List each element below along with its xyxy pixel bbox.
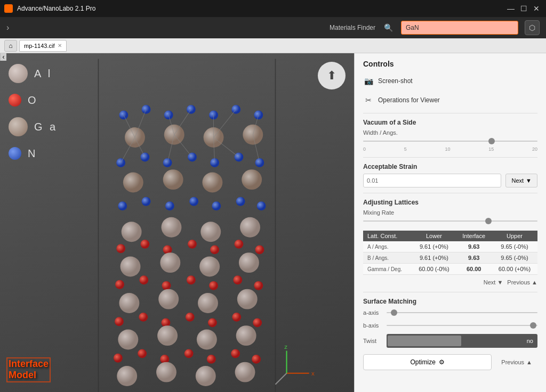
svg-point-29	[236, 197, 245, 206]
divider-4	[363, 292, 537, 292]
svg-point-35	[116, 244, 125, 253]
latt-lower-cell: 9.61 (+0%)	[412, 241, 456, 252]
svg-point-34	[240, 217, 260, 238]
controls-section-title: Controls	[363, 60, 537, 68]
svg-point-74	[252, 355, 261, 364]
svg-point-40	[235, 240, 244, 249]
search-icon[interactable]: 🔍	[382, 21, 395, 34]
a-axis-label: a-axis	[363, 309, 382, 316]
svg-point-72	[207, 355, 216, 364]
svg-point-55	[198, 293, 218, 313]
close-button[interactable]: ✕	[531, 3, 542, 14]
lattice-previous-link[interactable]: Previous ▲	[507, 279, 537, 285]
svg-point-63	[253, 318, 262, 327]
tab-close-icon[interactable]: ✕	[58, 43, 62, 48]
svg-point-53	[119, 293, 139, 313]
svg-point-31	[122, 222, 142, 242]
maximize-button[interactable]: ☐	[518, 3, 529, 14]
surface-title: Surface Matching	[363, 298, 537, 305]
vacuum-slider-label: Width / Angs.	[363, 129, 537, 136]
vacuum-thumb[interactable]	[488, 138, 495, 144]
svg-point-32	[161, 217, 181, 238]
svg-point-23	[242, 169, 262, 190]
nav-forward-icon[interactable]: ›	[6, 23, 9, 32]
svg-point-52	[254, 281, 263, 290]
optimize-button[interactable]: Optimize ⚙	[363, 354, 492, 370]
a-axis-thumb[interactable]	[391, 309, 397, 316]
strain-next-button[interactable]: Next ▼	[505, 174, 537, 187]
bottom-buttons: Optimize ⚙ Previous ▲	[363, 354, 537, 370]
mixing-rate-label: Mixing Rate	[363, 209, 537, 216]
svg-point-20	[123, 172, 143, 192]
strain-input-row: Next ▼	[363, 174, 537, 187]
svg-point-67	[236, 325, 256, 346]
svg-point-21	[163, 169, 183, 190]
svg-point-62	[232, 313, 241, 322]
screenshot-row[interactable]: 📷 Screen-shot	[363, 74, 537, 88]
operations-row[interactable]: ✂ Operations for Viewer	[363, 93, 537, 108]
active-tab[interactable]: mp-1143.cif ✕	[19, 40, 67, 52]
strain-next-icon: ▼	[526, 177, 532, 184]
divider-3	[363, 193, 537, 193]
b-axis-thumb[interactable]	[530, 322, 536, 329]
svg-point-36	[140, 240, 149, 249]
surface-section: a-axis b-axis Twist	[363, 308, 537, 348]
svg-point-30	[257, 201, 266, 210]
home-button[interactable]: ⌂	[4, 40, 17, 52]
latt-interface-cell: 9.63	[456, 252, 491, 264]
mixing-rate-slider[interactable]	[363, 217, 537, 225]
b-axis-slider[interactable]	[387, 321, 537, 330]
main-area: A l O G a N ⬆	[0, 53, 546, 392]
lattice-next-link[interactable]: Next ▼	[484, 279, 503, 285]
svg-point-65	[157, 325, 178, 346]
svg-point-69	[138, 349, 147, 358]
title-bar: Advance/NanoLabo 2.1 Pro — ☐ ✕	[0, 0, 546, 17]
svg-point-13	[116, 158, 125, 167]
svg-point-27	[189, 197, 198, 206]
viewer[interactable]: A l O G a N ⬆	[0, 53, 354, 392]
b-axis-label: b-axis	[363, 322, 382, 329]
latt-lower-cell: 9.61 (+0%)	[412, 252, 456, 264]
vacuum-slider[interactable]	[363, 137, 537, 145]
latt-interface-cell: 9.63	[456, 241, 491, 252]
right-panel: Controls 📷 Screen-shot ✂ Operations for …	[354, 53, 546, 392]
minimize-button[interactable]: —	[505, 3, 516, 14]
svg-point-24	[118, 201, 127, 210]
latt-upper-cell: 9.65 (-0%)	[492, 241, 537, 252]
materials-finder-input[interactable]	[401, 21, 518, 35]
svg-point-4	[164, 111, 173, 120]
optimize-label: Optimize	[410, 358, 435, 366]
twist-handle	[388, 336, 461, 346]
app-logo	[4, 4, 13, 13]
previous-button[interactable]: Previous ▲	[496, 354, 537, 370]
svg-point-68	[114, 354, 123, 363]
latt-upper-cell: 60.00 (+0%)	[492, 264, 537, 275]
svg-point-48	[162, 281, 171, 290]
twist-slider[interactable]: no	[387, 334, 537, 348]
screenshot-icon: 📷	[363, 76, 374, 86]
svg-point-28	[212, 201, 221, 210]
optimize-icon: ⚙	[439, 358, 445, 366]
latt-header-upper: Upper	[492, 231, 537, 241]
svg-point-45	[239, 252, 259, 273]
svg-point-54	[158, 289, 179, 309]
svg-point-8	[254, 111, 263, 120]
svg-point-2	[119, 111, 128, 120]
app-title: Advance/NanoLabo 2.1 Pro	[17, 5, 95, 12]
svg-point-39	[210, 245, 219, 254]
svg-point-46	[115, 280, 124, 289]
svg-point-38	[188, 240, 197, 249]
svg-point-47	[139, 275, 148, 284]
home-icon: ⌂	[9, 42, 12, 50]
latt-name-cell: B / Angs.	[363, 252, 412, 264]
svg-point-44	[199, 257, 220, 277]
svg-line-91	[214, 137, 239, 157]
svg-point-22	[202, 172, 222, 192]
vacuum-ticks: 0 5 10 15 20	[363, 146, 537, 152]
settings-icon[interactable]: ⬡	[525, 20, 540, 35]
a-axis-slider[interactable]	[387, 308, 537, 317]
previous-icon: ▲	[526, 359, 532, 365]
mixing-rate-thumb[interactable]	[485, 218, 492, 224]
svg-point-77	[196, 366, 216, 386]
strain-input[interactable]	[363, 174, 501, 187]
